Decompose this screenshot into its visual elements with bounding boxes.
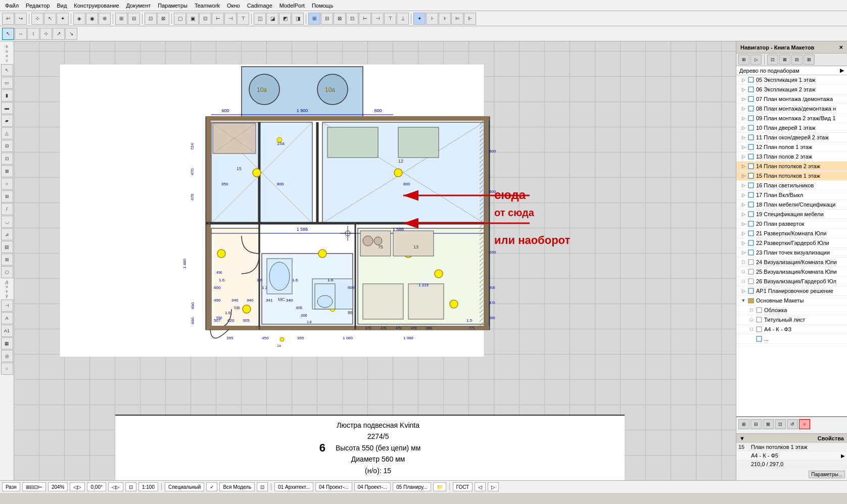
rp-btn2[interactable]: ▷ [750, 55, 762, 65]
tb-special6[interactable]: ⊣ [371, 13, 384, 25]
tree-item-cover[interactable]: □Обложка [736, 306, 847, 315]
prop-arrow[interactable]: ▶ [841, 453, 845, 459]
tree-expand-title[interactable]: □ [748, 317, 755, 323]
tree-item-17[interactable]: ▷17 План Вкл/Выкл [736, 190, 847, 200]
tree-item-11[interactable]: ▷11 План окон/дверей 2 этаж [736, 133, 847, 142]
tree-item-09[interactable]: ▷09 План монтажа 2 этаж/Вид 1 [736, 114, 847, 123]
tb-special2[interactable]: ⊟ [321, 13, 333, 25]
tree-expand-a4k[interactable]: □ [748, 326, 755, 332]
tree-expand-26[interactable]: □ [740, 278, 746, 284]
tree-item-13[interactable]: ▷13 План полов 2 этаж [736, 152, 847, 162]
rp-btn1[interactable]: ⊞ [738, 55, 749, 65]
tree-header-expand[interactable]: ▶ [840, 67, 844, 74]
menu-construct[interactable]: Конструирование [71, 2, 122, 10]
tree-item-06[interactable]: ▷06 Экспликация 2 этаж [736, 85, 847, 94]
tree-item-18[interactable]: ▷18 План мебели/Спецификаци [736, 200, 847, 210]
lt-btn-roof[interactable]: △ [1, 127, 13, 139]
tree-item-20[interactable]: ▷20 План разверток [736, 219, 847, 229]
tb-special4[interactable]: ⊡ [346, 13, 358, 25]
tb-zoom3[interactable]: ◩ [279, 13, 291, 25]
tree-item-12[interactable]: ▷12 План полов 1 этаж [736, 142, 847, 152]
tb-special1[interactable]: ⊞ [308, 13, 320, 25]
lt-btn-window[interactable]: ⊠ [1, 165, 13, 177]
menu-window[interactable]: Окно [224, 2, 243, 10]
sb-nav-prev[interactable]: ◁ [475, 482, 486, 491]
tree-item-a4k[interactable]: □А4 - К - Ф3 [736, 325, 847, 334]
tree-expand-23[interactable]: ▷ [740, 249, 746, 256]
tree-expand-22[interactable]: ▷ [740, 240, 746, 246]
tb-pointer3[interactable]: ⊕ [99, 13, 111, 25]
tree-expand-07[interactable]: ▷ [740, 96, 746, 102]
sb-checkmark[interactable]: ✓ [206, 482, 217, 491]
tb-snap[interactable]: ⊡ [145, 13, 157, 25]
tree-expand-14[interactable]: ▷ [740, 163, 746, 169]
lt-btn-dim[interactable]: ⊣ [1, 299, 13, 312]
canvas-area[interactable]: 10a 10a МС [14, 41, 736, 480]
menu-teamwork[interactable]: Teamwork [192, 2, 223, 10]
rp-bottom-close[interactable]: × [799, 419, 810, 429]
tree-expand-AR1[interactable]: ▷ [740, 288, 746, 294]
tb2-btn1[interactable]: ↔ [15, 28, 27, 40]
tree-expand-basic[interactable]: ▼ [740, 297, 746, 304]
tb-arrow[interactable]: ↖ [44, 13, 56, 25]
tree-item-26[interactable]: □26 Визуализация/Гардероб Юл [736, 277, 847, 286]
tree-item-14[interactable]: ▷14 План потолков 2 этаж [736, 162, 847, 171]
lt-btn-stair[interactable]: ⊟ [1, 140, 13, 152]
tb-magic[interactable]: ✦ [57, 13, 69, 25]
tb-redo[interactable]: ↪ [15, 13, 27, 25]
tree-expand-cover[interactable]: □ [748, 307, 755, 313]
right-panel-close[interactable]: × [839, 43, 843, 51]
tree-item-AR1[interactable]: ▷АР1 Планировочное решение [736, 286, 847, 296]
sb-proekt1[interactable]: 04 Проект-... [315, 482, 352, 491]
tb-extra4[interactable]: ⊨ [451, 13, 463, 25]
rp-bottom-btn1[interactable]: ⊞ [738, 419, 749, 429]
params-button[interactable]: Параметры... [809, 471, 845, 478]
sb-zoom-percent[interactable]: 204% [48, 482, 68, 491]
tree-item-title[interactable]: □Титульный лист [736, 315, 847, 325]
tree-expand-06[interactable]: ▷ [740, 86, 746, 92]
lt-btn-slab[interactable]: ▰ [1, 115, 13, 127]
tb2-select[interactable]: ↖ [2, 28, 14, 40]
lt-btn-a1[interactable]: A1 [1, 325, 13, 337]
tb-view2[interactable]: ▣ [186, 13, 199, 25]
tb-grid2[interactable]: ⊟ [128, 13, 140, 25]
tree-expand-15[interactable]: ▷ [740, 173, 746, 179]
lt-btn-wall[interactable]: ▭ [1, 77, 13, 89]
tree-item-10[interactable]: ▷10 План дверей 1 этаж [736, 123, 847, 133]
tree-expand-11[interactable]: ▷ [740, 134, 746, 140]
rp-bottom-btn5[interactable]: ↺ [787, 419, 798, 429]
tree-expand-21[interactable]: ▷ [740, 230, 746, 236]
tree-expand-09[interactable]: ▷ [740, 115, 746, 121]
lt-btn-zone[interactable]: ⊞ [1, 190, 13, 203]
tree-expand-24[interactable]: □ [740, 259, 746, 265]
menu-help[interactable]: Помощь [309, 2, 337, 10]
tb2-btn4[interactable]: ↗ [53, 28, 65, 40]
tb2-btn3[interactable]: ⊹ [40, 28, 52, 40]
tree-item-16[interactable]: ▷16 План светильников [736, 181, 847, 190]
lt-btn-text[interactable]: A [1, 312, 13, 324]
menu-editor[interactable]: Редактор [23, 2, 53, 10]
tb-special5[interactable]: ⊢ [359, 13, 371, 25]
sb-planirov[interactable]: 05 Планиру... [393, 482, 431, 491]
sb-proekt2[interactable]: 04 Проект-... [354, 482, 391, 491]
menu-cadimage[interactable]: Cadimage [244, 2, 275, 10]
tree-item-basic[interactable]: ▼Основные Макеты [736, 296, 847, 306]
tb-extra5[interactable]: ⊩ [464, 13, 476, 25]
tree-expand-25[interactable]: □ [740, 269, 746, 275]
menu-view[interactable]: Вид [54, 2, 70, 10]
tree-item-21[interactable]: ▷21 Развертки/Комната Юли [736, 229, 847, 238]
tb-select[interactable]: ⊹ [31, 13, 43, 25]
sb-scale-icon[interactable]: ⊡ [125, 482, 136, 491]
tb-undo[interactable]: ↩ [2, 13, 14, 25]
tb-view1[interactable]: ▢ [174, 13, 186, 25]
tree-item-more[interactable]: ... [736, 334, 847, 344]
menu-file[interactable]: Файл [2, 2, 22, 10]
tree-expand-05[interactable]: ▷ [740, 77, 746, 83]
tree-item-08[interactable]: ▷08 План монтажа/демонтажа н [736, 104, 847, 114]
rp-bottom-btn2[interactable]: ⊟ [750, 419, 762, 429]
lt-btn-circle[interactable]: ○ [1, 363, 13, 375]
menu-document[interactable]: Документ [123, 2, 154, 10]
sb-model[interactable]: Вся Модель [219, 482, 255, 491]
lt-btn-poly[interactable]: ⊿ [1, 228, 13, 240]
sb-special[interactable]: Специальный [165, 482, 204, 491]
